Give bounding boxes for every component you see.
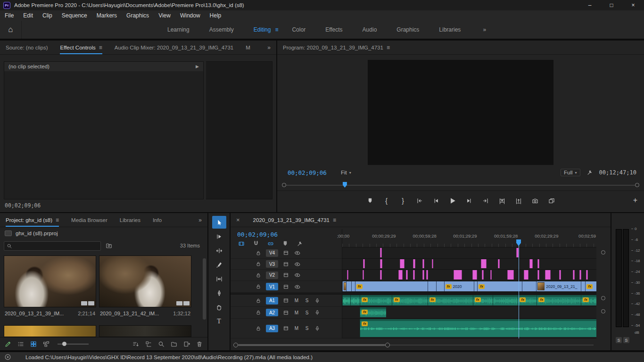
video-clip[interactable]: [586, 270, 588, 280]
menu-help[interactable]: Help: [205, 10, 226, 21]
video-clip[interactable]: fx: [477, 281, 518, 291]
track-lock-icon[interactable]: [256, 272, 261, 278]
video-clip[interactable]: [422, 259, 424, 268]
workspace-overflow-icon[interactable]: »: [483, 26, 486, 33]
track-lock-icon[interactable]: [256, 284, 261, 289]
video-clip[interactable]: [559, 270, 561, 280]
sync-lock-icon[interactable]: [283, 272, 289, 278]
program-scrubber[interactable]: [282, 181, 639, 189]
video-clip[interactable]: [400, 259, 405, 268]
scroll-zoom-handle[interactable]: [385, 343, 390, 347]
project-file-item[interactable]: ghx_id (s8).prproj: [5, 230, 58, 236]
timeline-timecode[interactable]: 00;02;09;06: [237, 231, 278, 238]
zoom-level-select[interactable]: Fit ▾: [341, 170, 351, 175]
menu-file[interactable]: File: [0, 10, 18, 21]
toggle-track-output-eye-icon[interactable]: [294, 261, 301, 267]
panel-menu-icon[interactable]: ≡: [387, 44, 390, 51]
sort-button[interactable]: [132, 341, 139, 347]
freeform-view-button[interactable]: [43, 341, 50, 347]
go-to-out-button[interactable]: [479, 195, 492, 206]
menu-graphics[interactable]: Graphics: [122, 10, 154, 21]
workspace-tab-effects[interactable]: Effects: [315, 26, 352, 33]
track-lock-icon[interactable]: [256, 326, 261, 331]
panel-menu-icon[interactable]: ≡: [56, 217, 59, 223]
video-clip[interactable]: [380, 270, 382, 280]
timeline-settings-button[interactable]: [297, 240, 303, 247]
mute-button[interactable]: M: [294, 298, 299, 303]
tab-audio-clip-mixer-2020-09-13-21-39-img-4731[interactable]: Audio Clip Mixer: 2020_09_13_21_39_IMG_4…: [115, 41, 234, 54]
tab-effect-controls[interactable]: Effect Controls≡: [60, 41, 102, 54]
menu-sequence[interactable]: Sequence: [57, 10, 92, 21]
menu-edit[interactable]: Edit: [18, 10, 38, 21]
home-icon[interactable]: ⌂: [0, 21, 22, 39]
toggle-track-output-eye-icon[interactable]: [294, 272, 301, 278]
playback-resolution-select[interactable]: Full ▾: [561, 169, 580, 176]
toggle-track-output-eye-icon[interactable]: [294, 284, 301, 290]
video-clip[interactable]: [481, 259, 487, 268]
effect-controls-clip-header[interactable]: (no clip selected) ▶: [4, 61, 204, 72]
solo-right-button[interactable]: S: [623, 337, 629, 343]
mute-button[interactable]: M: [294, 326, 299, 331]
clip-thumbnail[interactable]: [99, 325, 191, 337]
program-scrubber-playhead[interactable]: [343, 182, 347, 188]
video-clip[interactable]: [537, 270, 539, 280]
video-clip[interactable]: [422, 270, 424, 280]
video-clip[interactable]: [406, 270, 408, 280]
tab-info[interactable]: Info: [153, 213, 162, 227]
close-icon[interactable]: ×: [622, 0, 644, 10]
audio-clip[interactable]: fx: [581, 295, 596, 305]
sync-lock-icon[interactable]: [283, 261, 289, 267]
video-clip[interactable]: [342, 281, 346, 291]
sync-lock-icon[interactable]: [283, 297, 289, 304]
voiceover-record-mic-icon[interactable]: [314, 310, 320, 315]
video-clip[interactable]: [346, 281, 351, 291]
video-clip[interactable]: [432, 259, 434, 268]
track-target-V1[interactable]: V1: [266, 283, 278, 290]
clip-thumbnail[interactable]: [99, 255, 191, 307]
workspace-tab-learning[interactable]: Learning: [157, 26, 199, 33]
video-clip[interactable]: [398, 270, 403, 280]
video-clip[interactable]: [573, 270, 575, 280]
list-view-button[interactable]: [17, 341, 24, 347]
video-clip[interactable]: [351, 281, 355, 291]
program-timecode[interactable]: 00;02;09;06: [288, 169, 327, 176]
solo-button[interactable]: S: [304, 310, 310, 315]
clip-thumbnail[interactable]: [4, 255, 96, 307]
voiceover-record-mic-icon[interactable]: [314, 298, 320, 304]
type-tool[interactable]: T: [212, 315, 226, 328]
audio-clip[interactable]: fx: [392, 295, 428, 305]
comparison-view-button[interactable]: [545, 195, 558, 206]
project-scrollbar[interactable]: [203, 258, 206, 320]
workspace-tab-menu-icon[interactable]: ≡: [275, 26, 278, 33]
scroll-handle[interactable]: [601, 309, 605, 313]
video-clip[interactable]: [363, 259, 365, 268]
pen-tool[interactable]: [212, 287, 226, 299]
audio-clip[interactable]: fx: [428, 295, 473, 305]
sync-lock-icon[interactable]: [283, 310, 289, 316]
writable-pencil-button[interactable]: [5, 341, 11, 347]
sync-lock-icon[interactable]: [283, 325, 289, 331]
tab-libraries[interactable]: Libraries: [120, 213, 140, 227]
track-select-forward-tool[interactable]: [212, 230, 226, 243]
video-clip[interactable]: [472, 270, 477, 280]
find-button[interactable]: [158, 341, 165, 347]
audio-clip[interactable]: fx: [473, 295, 493, 305]
audio-clip[interactable]: fx: [360, 307, 386, 317]
tab-m[interactable]: M: [246, 41, 250, 54]
video-clip[interactable]: [347, 270, 349, 280]
track-lock-icon[interactable]: [256, 261, 261, 267]
snap-button[interactable]: [253, 240, 259, 247]
clip-thumbnail[interactable]: [4, 325, 96, 337]
thumbnail-zoom-slider[interactable]: [58, 341, 89, 347]
delete-button[interactable]: [196, 341, 203, 347]
video-clip[interactable]: [490, 270, 492, 280]
new-bin-button[interactable]: [171, 341, 177, 347]
program-monitor-tab[interactable]: Program: 2020_09_13_21_39_IMG_4731 ≡: [283, 41, 390, 54]
sync-lock-icon[interactable]: [283, 250, 289, 256]
new-item-button[interactable]: [183, 341, 190, 347]
scrubber-zoom-handle-left[interactable]: [282, 183, 286, 187]
menu-markers[interactable]: Markers: [92, 10, 122, 21]
timeline-horizontal-scrollbar[interactable]: [234, 343, 594, 347]
menu-window[interactable]: Window: [175, 10, 205, 21]
video-clip[interactable]: [579, 270, 581, 280]
